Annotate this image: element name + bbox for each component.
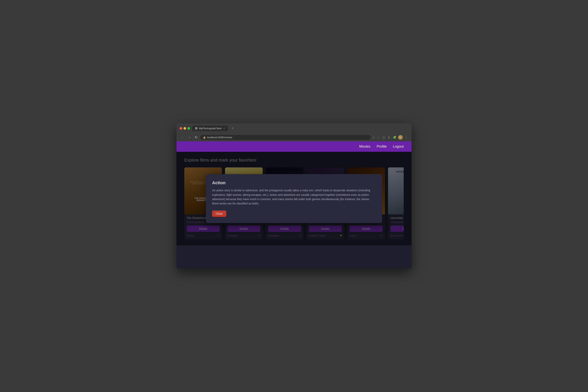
app-main: Explore films and mark your favorites! F… (177, 152, 411, 245)
modal-title: Action (212, 180, 376, 186)
traffic-lights (180, 127, 190, 130)
nav-logout[interactable]: Logout (393, 144, 404, 148)
modal-body: An action story is similar to adventure,… (212, 188, 376, 206)
modal-close-button[interactable]: Close (212, 210, 226, 217)
url-display: localhost:4200/movies (207, 136, 232, 139)
minimize-button[interactable] (184, 127, 186, 130)
share-icon[interactable]: ⎋ (372, 136, 375, 140)
forward-button[interactable]: → (187, 135, 192, 140)
browser-titlebar: 🅰 MyFlixAngularClient ✕ + (177, 123, 411, 133)
app-container: Movies Profile Logout Explore films and … (177, 141, 411, 269)
tab-close-button[interactable]: ✕ (223, 127, 225, 130)
browser-tab[interactable]: 🅰 MyFlixAngularClient ✕ (192, 126, 228, 131)
close-button[interactable] (180, 127, 182, 130)
toolbar-actions: ⎋ ☆ ◫ ⬇ 🧩 U ⋮ (372, 135, 408, 140)
browser-toolbar: ← → ↻ 🔒 localhost:4200/movies ⎋ ☆ ◫ ⬇ 🧩 … (177, 133, 411, 141)
refresh-button[interactable]: ↻ (194, 135, 199, 140)
puzzle-icon[interactable]: 🧩 (392, 136, 397, 140)
back-button[interactable]: ← (180, 135, 185, 140)
download-icon[interactable]: ⬇ (387, 136, 391, 140)
user-avatar[interactable]: U (398, 135, 403, 140)
address-bar[interactable]: 🔒 localhost:4200/movies (200, 135, 371, 140)
app-navbar: Movies Profile Logout (177, 141, 411, 152)
lock-icon: 🔒 (203, 136, 206, 139)
extensions-icon[interactable]: ◫ (382, 136, 386, 140)
browser-window: 🅰 MyFlixAngularClient ✕ + ← → ↻ 🔒 localh… (177, 123, 411, 269)
menu-icon[interactable]: ⋮ (404, 136, 408, 140)
tab-title: MyFlixAngularClient (199, 127, 222, 130)
maximize-button[interactable] (187, 127, 190, 130)
action-genre-modal: Action An action story is similar to adv… (206, 174, 382, 223)
nav-movies[interactable]: Movies (359, 144, 370, 148)
tab-icon: 🅰 (195, 127, 197, 130)
modal-overlay[interactable]: Action An action story is similar to adv… (177, 152, 411, 245)
bookmark-icon[interactable]: ☆ (376, 136, 381, 140)
nav-profile[interactable]: Profile (377, 144, 387, 148)
new-tab-button[interactable]: + (230, 126, 235, 130)
